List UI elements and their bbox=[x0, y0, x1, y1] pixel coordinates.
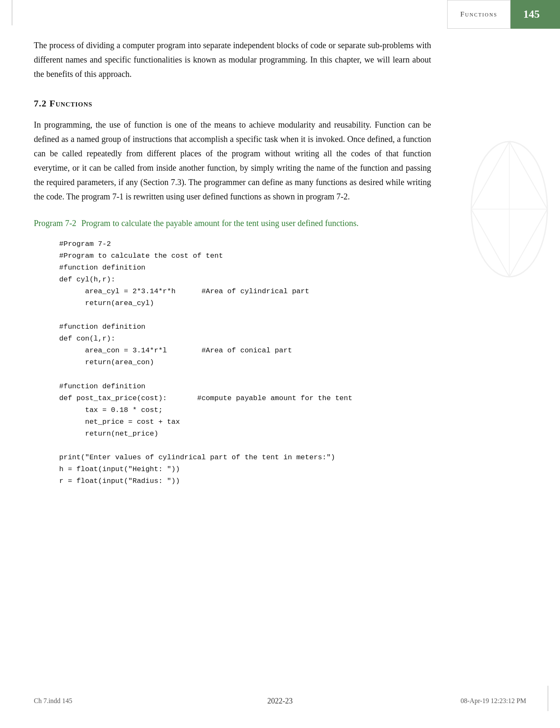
code-line-15: tax = 0.18 * cost; bbox=[59, 404, 431, 416]
page-number: 145 bbox=[511, 0, 552, 29]
code-line-5: area_cyl = 2*3.14*r*h #Area of cylindric… bbox=[59, 286, 431, 297]
code-line-19: print("Enter values of cylindrical part … bbox=[59, 452, 431, 464]
code-line-12 bbox=[59, 369, 431, 381]
svg-point-0 bbox=[471, 142, 547, 277]
code-line-7 bbox=[59, 309, 431, 321]
code-line-1: #Program 7-2 bbox=[59, 238, 431, 250]
chapter-label: Functions bbox=[447, 0, 511, 29]
section-heading: 7.2 Functions bbox=[34, 98, 431, 109]
footer-left: Ch 7.indd 145 bbox=[34, 697, 72, 705]
code-line-4: def cyl(h,r): bbox=[59, 274, 431, 286]
footer-center: 2022-23 bbox=[268, 697, 293, 706]
code-line-3: #function definition bbox=[59, 262, 431, 274]
section-paragraph: In programming, the use of function is o… bbox=[34, 117, 431, 204]
code-line-17: return(net_price) bbox=[59, 428, 431, 440]
code-line-9: def con(l,r): bbox=[59, 333, 431, 345]
header-bar: Functions 145 bbox=[447, 0, 560, 29]
code-line-11: return(area_con) bbox=[59, 357, 431, 368]
code-line-13: #function definition bbox=[59, 381, 431, 393]
code-line-10: area_con = 3.14*r*l #Area of conical par… bbox=[59, 345, 431, 357]
code-line-16: net_price = cost + tax bbox=[59, 416, 431, 428]
functions-text: Functions bbox=[460, 10, 497, 19]
section-heading-text: 7.2 Functions bbox=[34, 98, 93, 109]
program-label: Program 7-2 Program to calculate the pay… bbox=[34, 216, 431, 230]
code-line-14: def post_tax_price(cost): #compute payab… bbox=[59, 393, 431, 404]
code-block: #Program 7-2 #Program to calculate the c… bbox=[59, 238, 431, 487]
watermark bbox=[467, 135, 552, 285]
top-left-corner-line bbox=[12, 0, 12, 25]
code-line-2: #Program to calculate the cost of tent bbox=[59, 250, 431, 262]
code-line-21: r = float(input("Radius: ")) bbox=[59, 475, 431, 487]
code-line-20: h = float(input("Height: ")) bbox=[59, 464, 431, 475]
code-line-18 bbox=[59, 440, 431, 452]
page: Functions 145 The process of dividing a … bbox=[0, 0, 560, 728]
footer-right: 08-Apr-19 12:23:12 PM bbox=[461, 697, 526, 705]
program-description: Program to calculate the payable amount … bbox=[82, 216, 359, 230]
code-line-8: #function definition bbox=[59, 321, 431, 333]
code-line-6: return(area_cyl) bbox=[59, 297, 431, 309]
program-id: Program 7-2 bbox=[34, 216, 76, 230]
intro-paragraph: The process of dividing a computer progr… bbox=[34, 38, 431, 81]
green-accent-bar bbox=[552, 0, 560, 29]
footer: Ch 7.indd 145 2022-23 08-Apr-19 12:23:12… bbox=[0, 697, 560, 705]
main-content: The process of dividing a computer progr… bbox=[0, 0, 465, 534]
